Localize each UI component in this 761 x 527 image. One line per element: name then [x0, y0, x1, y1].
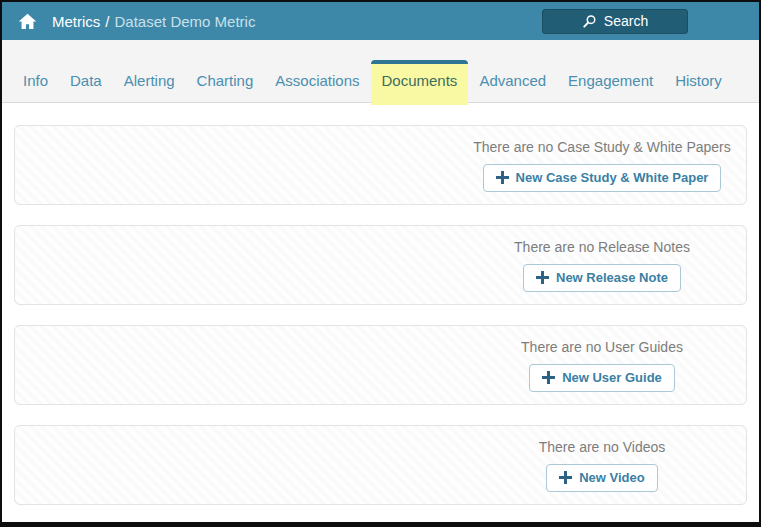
tab-label: Engagement — [568, 72, 653, 89]
tab-advanced[interactable]: Advanced — [468, 64, 557, 103]
new-document-button-case-study-white-paper[interactable]: New Case Study & White Paper — [483, 164, 722, 192]
document-section-case-study-white-paper: There are no Case Study & White Papers N… — [14, 125, 747, 205]
home-icon[interactable] — [16, 10, 38, 32]
new-document-button-video[interactable]: New Video — [546, 464, 658, 492]
new-document-button-release-note[interactable]: New Release Note — [523, 264, 681, 292]
tab-label: Advanced — [479, 72, 546, 89]
empty-state-message: There are no Case Study & White Papers — [466, 139, 738, 155]
tab-alerting[interactable]: Alerting — [113, 64, 186, 103]
search-icon — [582, 14, 597, 29]
empty-state-message: There are no User Guides — [466, 339, 738, 355]
document-section-user-guide: There are no User Guides New User Guide — [14, 325, 747, 405]
tab-associations[interactable]: Associations — [264, 64, 370, 103]
tab-label: Charting — [197, 72, 254, 89]
tab-label: Associations — [275, 72, 359, 89]
document-section-release-note: There are no Release Notes New Release N… — [14, 225, 747, 305]
document-section-video: There are no Videos New Video — [14, 425, 747, 505]
tab-label: Alerting — [124, 72, 175, 89]
search-button[interactable]: Search — [542, 9, 688, 34]
new-document-button-label: New Case Study & White Paper — [516, 170, 709, 185]
tab-charting[interactable]: Charting — [186, 64, 265, 103]
new-document-button-user-guide[interactable]: New User Guide — [529, 364, 675, 392]
new-document-button-label: New Release Note — [556, 270, 668, 285]
breadcrumb-section[interactable]: Metrics — [52, 13, 100, 30]
breadcrumb-separator: / — [105, 13, 109, 30]
app-window: Metrics / Dataset Demo Metric Search Inf… — [0, 0, 761, 527]
tab-history[interactable]: History — [664, 64, 733, 103]
tab-info[interactable]: Info — [12, 64, 59, 103]
breadcrumb: Metrics / Dataset Demo Metric — [52, 13, 255, 30]
tab-documents[interactable]: Documents — [371, 60, 469, 105]
tab-data[interactable]: Data — [59, 64, 113, 103]
tab-bar: Info Data Alerting Charting Associations… — [2, 40, 759, 103]
plus-icon — [496, 171, 509, 184]
breadcrumb-current: Dataset Demo Metric — [115, 13, 256, 30]
tab-label: Documents — [382, 72, 458, 89]
documents-panel-list: There are no Case Study & White Papers N… — [2, 103, 759, 505]
tab-engagement[interactable]: Engagement — [557, 64, 664, 103]
plus-icon — [542, 371, 555, 384]
header-bar: Metrics / Dataset Demo Metric Search — [2, 2, 759, 40]
tab-label: History — [675, 72, 722, 89]
tab-label: Info — [23, 72, 48, 89]
plus-icon — [536, 271, 549, 284]
empty-state-message: There are no Release Notes — [466, 239, 738, 255]
tab-label: Data — [70, 72, 102, 89]
search-button-label: Search — [604, 13, 648, 29]
plus-icon — [559, 471, 572, 484]
empty-state-message: There are no Videos — [466, 439, 738, 455]
new-document-button-label: New Video — [579, 470, 645, 485]
new-document-button-label: New User Guide — [562, 370, 662, 385]
